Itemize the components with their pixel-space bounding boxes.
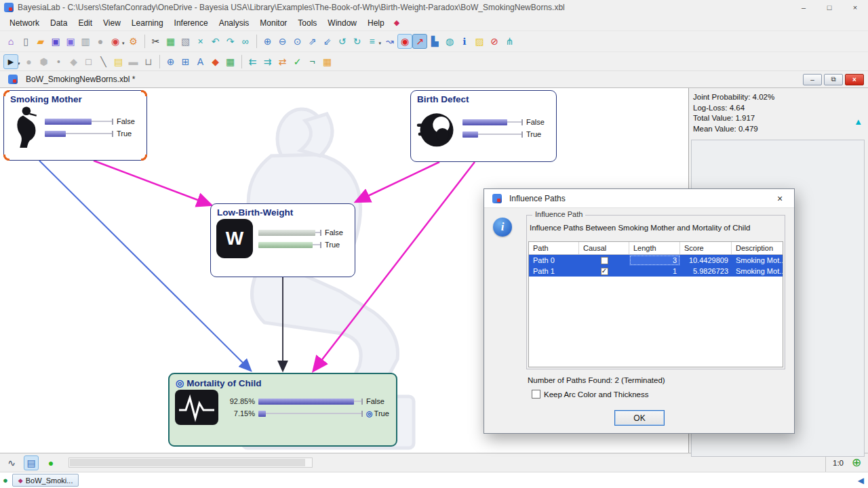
col-description[interactable]: Description bbox=[732, 242, 783, 254]
trash-tool-icon[interactable]: ⊔ bbox=[141, 54, 156, 69]
contract-graph-icon[interactable]: ⇙ bbox=[320, 34, 335, 49]
zoom-reset-icon[interactable]: ⊙ bbox=[290, 34, 305, 49]
arc-comment-icon[interactable]: ◆ bbox=[208, 54, 223, 69]
select-tool-icon[interactable]: ► bbox=[3, 54, 18, 69]
rotate-left-icon[interactable]: ↺ bbox=[335, 34, 350, 49]
console-icon[interactable]: ≡ bbox=[365, 34, 380, 49]
find-icon[interactable]: ∞ bbox=[238, 34, 253, 49]
zoom-in-tool-icon[interactable]: ⊕ bbox=[163, 54, 178, 69]
menu-inference[interactable]: Inference bbox=[169, 16, 214, 30]
zoom-text-tool-icon[interactable]: A bbox=[193, 54, 208, 69]
col-length[interactable]: Length bbox=[629, 242, 680, 254]
node-birth-defect[interactable]: Birth Defect False bbox=[410, 90, 557, 162]
highlight-icon[interactable]: ▨ bbox=[472, 34, 487, 49]
dialog-close-button[interactable]: × bbox=[770, 189, 790, 208]
contingency-icon[interactable]: ▦ bbox=[320, 54, 335, 69]
col-score[interactable]: Score bbox=[680, 242, 732, 254]
zoom-out-icon[interactable]: ⊖ bbox=[275, 34, 290, 49]
state-row[interactable]: False bbox=[462, 118, 551, 126]
globe-icon[interactable]: ⊕ bbox=[849, 455, 864, 470]
capsule-tool-icon[interactable]: ▬ bbox=[126, 54, 141, 69]
minimize-button[interactable]: – bbox=[791, 0, 816, 15]
delete-icon[interactable]: × bbox=[193, 34, 208, 49]
state-row[interactable]: False bbox=[258, 228, 349, 237]
arc-backward-icon[interactable]: ⇇ bbox=[245, 54, 260, 69]
menu-data[interactable]: Data bbox=[45, 16, 73, 30]
diamond-tool-icon[interactable]: ◆ bbox=[66, 54, 81, 69]
causal-checkbox[interactable] bbox=[601, 257, 608, 264]
keep-arc-checkbox[interactable] bbox=[532, 390, 540, 399]
menu-edit[interactable]: Edit bbox=[73, 16, 98, 30]
target-jump-icon[interactable]: ↝ bbox=[382, 34, 397, 49]
monitor-tool-icon[interactable]: ▦ bbox=[223, 54, 238, 69]
point-tool-icon[interactable]: • bbox=[52, 54, 66, 69]
keep-arc-row[interactable]: Keep Arc Color and Thickness bbox=[532, 390, 648, 399]
forbid-icon[interactable]: ⊘ bbox=[487, 34, 502, 49]
note-tool-icon[interactable]: ▤ bbox=[111, 54, 126, 69]
paths-table[interactable]: Path Causal Length Score Description Pat… bbox=[528, 241, 783, 367]
stop-inference-icon[interactable]: ◉ bbox=[397, 34, 412, 49]
arc-mode-icon[interactable]: ∿ bbox=[4, 455, 19, 470]
close-button[interactable]: × bbox=[842, 0, 868, 15]
doc-minimize-button[interactable]: – bbox=[803, 74, 822, 85]
scrollbar-thumb[interactable] bbox=[70, 459, 305, 466]
negate-icon[interactable]: ¬ bbox=[305, 54, 320, 69]
zoom-page-tool-icon[interactable]: ⊞ bbox=[178, 54, 193, 69]
title-bar[interactable]: BayesiaLab - C:\Users\StefanConrady\OneD… bbox=[0, 0, 868, 15]
network-search-icon[interactable]: ◉ bbox=[108, 34, 123, 49]
doc-restore-button[interactable]: ⧉ bbox=[824, 74, 843, 85]
col-path[interactable]: Path bbox=[529, 242, 579, 254]
info-icon[interactable]: ℹ bbox=[457, 34, 472, 49]
menu-view[interactable]: View bbox=[98, 16, 126, 30]
ok-button[interactable]: OK bbox=[614, 410, 665, 426]
arc-forward-icon[interactable]: ⇉ bbox=[260, 54, 275, 69]
swap-arcs-icon[interactable]: ⇄ bbox=[275, 54, 290, 69]
menu-tools[interactable]: Tools bbox=[292, 16, 322, 30]
state-row[interactable]: 92.85% False bbox=[224, 397, 391, 405]
copy-icon[interactable]: ▦ bbox=[163, 34, 178, 49]
home-icon[interactable]: ⌂ bbox=[3, 34, 18, 49]
expand-graph-icon[interactable]: ⇗ bbox=[305, 34, 320, 49]
menu-window[interactable]: Window bbox=[322, 16, 362, 30]
paste-icon[interactable]: ▧ bbox=[178, 34, 193, 49]
open-folder-icon[interactable]: ▰ bbox=[33, 34, 48, 49]
monitor-panel-icon[interactable]: ▤ bbox=[24, 455, 39, 470]
causal-checkbox[interactable]: ✓ bbox=[601, 268, 608, 275]
node-mortality-of-child[interactable]: ◎ Mortality of Child 92.85% False bbox=[168, 373, 397, 447]
table-row-path0[interactable]: Path 0 3 10.4429809 Smoking Mot... bbox=[529, 255, 783, 266]
doc-close-button[interactable]: × bbox=[845, 74, 864, 85]
record-icon[interactable]: ● bbox=[93, 34, 108, 49]
state-row[interactable]: 7.15% ◎True bbox=[224, 409, 391, 418]
save-as-icon[interactable]: ▣ bbox=[63, 34, 78, 49]
influence-arrow-icon[interactable]: ↗ bbox=[412, 34, 427, 49]
cut-icon[interactable]: ✂ bbox=[149, 34, 163, 49]
chart-icon[interactable]: ▙ bbox=[427, 34, 442, 49]
rectangle-tool-icon[interactable]: □ bbox=[81, 54, 96, 69]
line-tool-icon[interactable]: ╲ bbox=[96, 54, 111, 69]
rotate-right-icon[interactable]: ↻ bbox=[350, 34, 365, 49]
scroll-left-icon[interactable]: ◀ bbox=[858, 476, 864, 485]
menu-analysis[interactable]: Analysis bbox=[214, 16, 255, 30]
node-low-birth-weight[interactable]: Low-Birth-Weight W False True bbox=[210, 203, 355, 277]
hexagon-tool-icon[interactable]: ⬢ bbox=[37, 54, 52, 69]
state-row[interactable]: True bbox=[462, 130, 551, 138]
horizontal-scrollbar[interactable] bbox=[68, 458, 313, 468]
validate-icon[interactable]: ✓ bbox=[290, 54, 305, 69]
save-icon[interactable]: ▣ bbox=[48, 34, 63, 49]
comment-icon[interactable]: ◍ bbox=[442, 34, 457, 49]
ellipse-tool-icon[interactable]: ● bbox=[22, 54, 37, 69]
zoom-in-icon[interactable]: ⊕ bbox=[260, 34, 275, 49]
menu-monitor[interactable]: Monitor bbox=[254, 16, 292, 30]
node-smoking-mother[interactable]: Smoking Mother False T bbox=[3, 90, 147, 161]
collapse-panel-icon[interactable]: ▲ bbox=[854, 117, 863, 127]
menu-network[interactable]: Network bbox=[4, 16, 45, 30]
undo-icon[interactable]: ↶ bbox=[208, 34, 223, 49]
taskbar-item-bow[interactable]: ◆ BoW_Smoki... bbox=[12, 474, 79, 487]
col-causal[interactable]: Causal bbox=[579, 242, 629, 254]
redo-icon[interactable]: ↷ bbox=[223, 34, 238, 49]
print-icon[interactable]: ▥ bbox=[78, 34, 93, 49]
table-row-path1[interactable]: Path 1 ✓ 1 5.9826723 Smoking Mot... bbox=[529, 266, 783, 277]
menu-learning[interactable]: Learning bbox=[126, 16, 169, 30]
menu-help[interactable]: Help bbox=[362, 16, 390, 30]
state-row[interactable]: True bbox=[45, 129, 141, 138]
